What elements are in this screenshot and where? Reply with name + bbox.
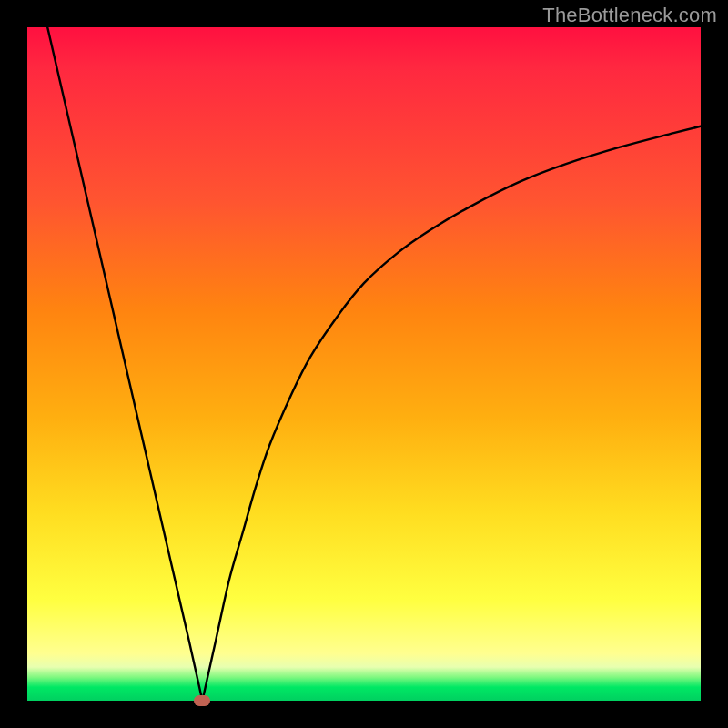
watermark-text: TheBottleneck.com [542, 4, 717, 27]
bottleneck-curve [27, 27, 701, 701]
plot-area [27, 27, 701, 701]
optimum-marker [194, 695, 210, 706]
